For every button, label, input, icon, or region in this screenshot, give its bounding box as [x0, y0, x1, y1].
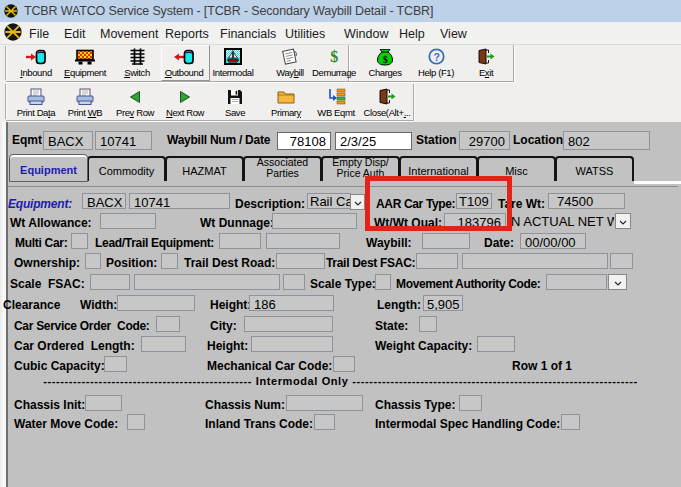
- svg-text:?: ?: [433, 51, 439, 63]
- svg-text:$: $: [383, 53, 388, 64]
